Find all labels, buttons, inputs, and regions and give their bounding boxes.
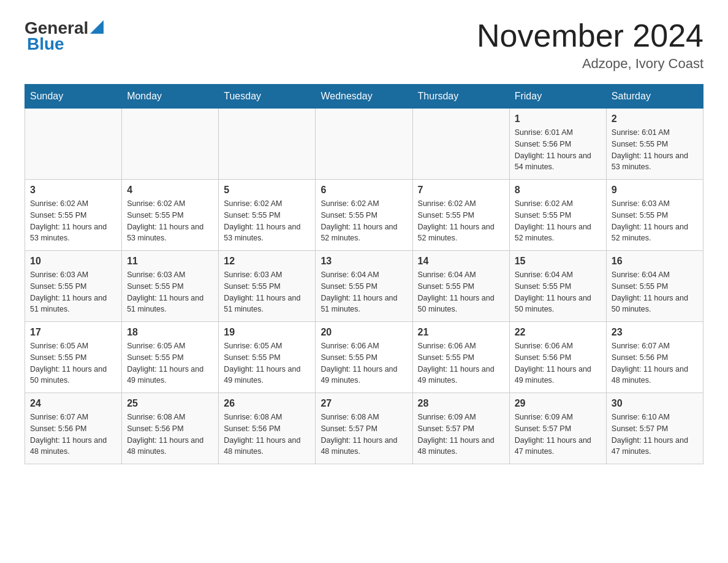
weekday-header-monday: Monday	[122, 85, 219, 109]
day-info: Sunrise: 6:02 AMSunset: 5:55 PMDaylight:…	[320, 198, 407, 244]
calendar-cell-week1-day4	[412, 109, 509, 180]
calendar-cell-week3-day4: 14Sunrise: 6:04 AMSunset: 5:55 PMDayligh…	[412, 251, 509, 322]
location-title: Adzope, Ivory Coast	[477, 56, 703, 72]
weekday-header-thursday: Thursday	[412, 85, 509, 109]
day-number: 27	[320, 398, 407, 409]
day-info: Sunrise: 6:08 AMSunset: 5:56 PMDaylight:…	[224, 412, 310, 458]
calendar-cell-week2-day4: 7Sunrise: 6:02 AMSunset: 5:55 PMDaylight…	[412, 180, 509, 251]
calendar-cell-week2-day3: 6Sunrise: 6:02 AMSunset: 5:55 PMDaylight…	[316, 180, 412, 251]
week-row-4: 17Sunrise: 6:05 AMSunset: 5:55 PMDayligh…	[25, 322, 703, 393]
calendar-cell-week5-day3: 27Sunrise: 6:08 AMSunset: 5:57 PMDayligh…	[316, 393, 412, 464]
day-number: 3	[30, 185, 116, 196]
day-info: Sunrise: 6:06 AMSunset: 5:55 PMDaylight:…	[320, 340, 407, 386]
day-info: Sunrise: 6:02 AMSunset: 5:55 PMDaylight:…	[515, 198, 601, 244]
day-info: Sunrise: 6:07 AMSunset: 5:56 PMDaylight:…	[30, 412, 116, 458]
calendar-cell-week4-day2: 19Sunrise: 6:05 AMSunset: 5:55 PMDayligh…	[219, 322, 316, 393]
day-number: 4	[127, 185, 213, 196]
day-info: Sunrise: 6:01 AMSunset: 5:55 PMDaylight:…	[612, 127, 698, 173]
day-info: Sunrise: 6:04 AMSunset: 5:55 PMDaylight:…	[515, 269, 601, 315]
day-info: Sunrise: 6:04 AMSunset: 5:55 PMDaylight:…	[418, 269, 504, 315]
day-number: 10	[30, 256, 116, 267]
day-number: 14	[418, 256, 504, 267]
weekday-header-row: SundayMondayTuesdayWednesdayThursdayFrid…	[25, 85, 703, 109]
day-number: 9	[612, 185, 698, 196]
calendar-cell-week4-day0: 17Sunrise: 6:05 AMSunset: 5:55 PMDayligh…	[25, 322, 122, 393]
logo: General Blue	[25, 18, 104, 54]
day-number: 1	[515, 113, 601, 124]
calendar-cell-week5-day6: 30Sunrise: 6:10 AMSunset: 5:57 PMDayligh…	[606, 393, 703, 464]
calendar-cell-week2-day0: 3Sunrise: 6:02 AMSunset: 5:55 PMDaylight…	[25, 180, 122, 251]
calendar-cell-week3-day5: 15Sunrise: 6:04 AMSunset: 5:55 PMDayligh…	[509, 251, 606, 322]
day-number: 16	[612, 256, 698, 267]
day-info: Sunrise: 6:09 AMSunset: 5:57 PMDaylight:…	[418, 412, 504, 458]
calendar-cell-week3-day0: 10Sunrise: 6:03 AMSunset: 5:55 PMDayligh…	[25, 251, 122, 322]
day-info: Sunrise: 6:05 AMSunset: 5:55 PMDaylight:…	[224, 340, 310, 386]
day-info: Sunrise: 6:08 AMSunset: 5:57 PMDaylight:…	[320, 412, 407, 458]
day-info: Sunrise: 6:02 AMSunset: 5:55 PMDaylight:…	[127, 198, 213, 244]
calendar-cell-week3-day1: 11Sunrise: 6:03 AMSunset: 5:55 PMDayligh…	[122, 251, 219, 322]
logo-blue-text: Blue	[27, 34, 64, 54]
calendar-cell-week2-day2: 5Sunrise: 6:02 AMSunset: 5:55 PMDaylight…	[219, 180, 316, 251]
day-info: Sunrise: 6:02 AMSunset: 5:55 PMDaylight:…	[30, 198, 116, 244]
weekday-header-friday: Friday	[509, 85, 606, 109]
weekday-header-tuesday: Tuesday	[219, 85, 316, 109]
calendar-cell-week1-day2	[219, 109, 316, 180]
day-info: Sunrise: 6:10 AMSunset: 5:57 PMDaylight:…	[612, 412, 698, 458]
day-info: Sunrise: 6:03 AMSunset: 5:55 PMDaylight:…	[224, 269, 310, 315]
day-number: 20	[320, 327, 407, 338]
day-info: Sunrise: 6:03 AMSunset: 5:55 PMDaylight:…	[612, 198, 698, 244]
logo-triangle-icon	[90, 20, 104, 34]
calendar-cell-week3-day2: 12Sunrise: 6:03 AMSunset: 5:55 PMDayligh…	[219, 251, 316, 322]
calendar-cell-week5-day5: 29Sunrise: 6:09 AMSunset: 5:57 PMDayligh…	[509, 393, 606, 464]
title-area: November 2024 Adzope, Ivory Coast	[477, 18, 703, 72]
day-number: 17	[30, 327, 116, 338]
day-info: Sunrise: 6:08 AMSunset: 5:56 PMDaylight:…	[127, 412, 213, 458]
day-number: 6	[320, 185, 407, 196]
day-info: Sunrise: 6:05 AMSunset: 5:55 PMDaylight:…	[30, 340, 116, 386]
day-info: Sunrise: 6:03 AMSunset: 5:55 PMDaylight:…	[30, 269, 116, 315]
calendar-table: SundayMondayTuesdayWednesdayThursdayFrid…	[25, 84, 703, 464]
calendar-cell-week2-day5: 8Sunrise: 6:02 AMSunset: 5:55 PMDaylight…	[509, 180, 606, 251]
calendar-cell-week5-day4: 28Sunrise: 6:09 AMSunset: 5:57 PMDayligh…	[412, 393, 509, 464]
day-number: 7	[418, 185, 504, 196]
day-info: Sunrise: 6:02 AMSunset: 5:55 PMDaylight:…	[224, 198, 310, 244]
day-number: 2	[612, 113, 698, 124]
day-number: 5	[224, 185, 310, 196]
calendar-cell-week4-day5: 22Sunrise: 6:06 AMSunset: 5:56 PMDayligh…	[509, 322, 606, 393]
day-number: 19	[224, 327, 310, 338]
calendar-cell-week1-day3	[316, 109, 412, 180]
day-info: Sunrise: 6:04 AMSunset: 5:55 PMDaylight:…	[320, 269, 407, 315]
day-number: 23	[612, 327, 698, 338]
day-number: 29	[515, 398, 601, 409]
calendar-cell-week1-day0	[25, 109, 122, 180]
day-number: 13	[320, 256, 407, 267]
calendar-cell-week5-day2: 26Sunrise: 6:08 AMSunset: 5:56 PMDayligh…	[219, 393, 316, 464]
header: General Blue November 2024 Adzope, Ivory…	[25, 18, 703, 72]
calendar-cell-week4-day1: 18Sunrise: 6:05 AMSunset: 5:55 PMDayligh…	[122, 322, 219, 393]
weekday-header-saturday: Saturday	[606, 85, 703, 109]
week-row-1: 1Sunrise: 6:01 AMSunset: 5:56 PMDaylight…	[25, 109, 703, 180]
day-number: 22	[515, 327, 601, 338]
day-number: 18	[127, 327, 213, 338]
day-number: 28	[418, 398, 504, 409]
week-row-3: 10Sunrise: 6:03 AMSunset: 5:55 PMDayligh…	[25, 251, 703, 322]
calendar-cell-week1-day6: 2Sunrise: 6:01 AMSunset: 5:55 PMDaylight…	[606, 109, 703, 180]
month-title: November 2024	[477, 18, 703, 53]
day-number: 15	[515, 256, 601, 267]
week-row-5: 24Sunrise: 6:07 AMSunset: 5:56 PMDayligh…	[25, 393, 703, 464]
day-info: Sunrise: 6:03 AMSunset: 5:55 PMDaylight:…	[127, 269, 213, 315]
day-number: 24	[30, 398, 116, 409]
calendar-cell-week1-day1	[122, 109, 219, 180]
day-info: Sunrise: 6:06 AMSunset: 5:56 PMDaylight:…	[515, 340, 601, 386]
day-info: Sunrise: 6:09 AMSunset: 5:57 PMDaylight:…	[515, 412, 601, 458]
day-info: Sunrise: 6:06 AMSunset: 5:55 PMDaylight:…	[418, 340, 504, 386]
calendar-cell-week2-day1: 4Sunrise: 6:02 AMSunset: 5:55 PMDaylight…	[122, 180, 219, 251]
calendar-cell-week5-day1: 25Sunrise: 6:08 AMSunset: 5:56 PMDayligh…	[122, 393, 219, 464]
day-number: 25	[127, 398, 213, 409]
day-info: Sunrise: 6:02 AMSunset: 5:55 PMDaylight:…	[418, 198, 504, 244]
day-number: 11	[127, 256, 213, 267]
weekday-header-sunday: Sunday	[25, 85, 122, 109]
week-row-2: 3Sunrise: 6:02 AMSunset: 5:55 PMDaylight…	[25, 180, 703, 251]
day-number: 8	[515, 185, 601, 196]
calendar-cell-week4-day6: 23Sunrise: 6:07 AMSunset: 5:56 PMDayligh…	[606, 322, 703, 393]
